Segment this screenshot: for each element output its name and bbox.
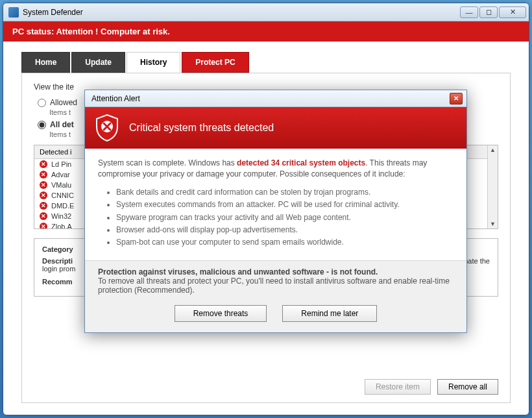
threat-icon: ✕ <box>40 171 47 178</box>
bullet-item: Spam-bot can use your computer to send s… <box>116 237 453 248</box>
dialog-header-text: Critical system threats detected <box>129 122 274 134</box>
dialog-body: System scan is complete. Windows has det… <box>85 149 466 260</box>
dialog-footer: Protection against viruses, malicious an… <box>85 260 466 332</box>
app-icon <box>8 7 19 18</box>
footer-strong: Protection against viruses, malicious an… <box>98 267 453 277</box>
threat-icon: ✕ <box>40 202 47 210</box>
footer-text: To remove all threats and protect your P… <box>98 277 453 295</box>
dialog-close-button[interactable]: ✕ <box>450 93 463 104</box>
restore-button[interactable]: Restore item <box>365 379 431 395</box>
bullet-item: Spyware program can tracks your activity… <box>116 212 453 223</box>
radio-all[interactable] <box>38 121 46 129</box>
remind-later-button[interactable]: Remind me later <box>282 305 377 322</box>
threat-bullet-list: Bank details and credit card information… <box>116 187 453 249</box>
bullet-item: System executes commands from an attacke… <box>116 199 453 210</box>
status-bar: PC status: Attention ! Computer at risk. <box>3 21 529 42</box>
dialog-title: Attention Alert <box>91 94 140 103</box>
radio-allowed-label: Allowed <box>50 98 77 107</box>
bullet-item: Browser add-ons will display pop-up adve… <box>116 225 453 236</box>
dialog-titlebar[interactable]: Attention Alert ✕ <box>85 90 466 107</box>
scrollbar[interactable]: ▲ ▼ <box>487 145 498 228</box>
body-strong: detected 34 critical system objects <box>237 158 365 167</box>
tabs: Home Update History Protect PC <box>3 42 529 73</box>
maximize-button[interactable]: ◻ <box>479 6 498 18</box>
tab-history[interactable]: History <box>127 52 180 73</box>
shield-x-icon <box>94 114 120 142</box>
bullet-item: Bank details and credit card information… <box>116 187 453 198</box>
remove-all-button[interactable]: Remove all <box>437 379 498 395</box>
scroll-up-icon[interactable]: ▲ <box>489 145 498 154</box>
scroll-down-icon[interactable]: ▼ <box>489 219 498 228</box>
radio-allowed[interactable] <box>38 99 46 107</box>
remove-threats-button[interactable]: Remove threats <box>175 305 267 322</box>
tab-protect[interactable]: Protect PC <box>182 52 248 73</box>
description-tail: nate the <box>464 257 490 265</box>
body-pre: System scan is complete. Windows has <box>98 158 237 167</box>
window-title: System Defender <box>23 8 460 17</box>
dialog-header: Critical system threats detected <box>85 107 466 149</box>
threat-icon: ✕ <box>40 191 47 199</box>
threat-icon: ✕ <box>40 181 47 189</box>
radio-all-label: All det <box>50 120 74 129</box>
close-button[interactable]: ✕ <box>499 6 526 18</box>
description-label: Descripti <box>42 257 73 265</box>
threat-icon: ✕ <box>40 212 47 220</box>
minimize-button[interactable]: — <box>460 6 478 18</box>
tab-home[interactable]: Home <box>21 52 70 73</box>
threat-icon: ✕ <box>40 223 47 229</box>
tab-update[interactable]: Update <box>71 52 125 73</box>
titlebar[interactable]: System Defender — ◻ ✕ <box>3 3 529 21</box>
alert-dialog: Attention Alert ✕ Critical system threat… <box>84 90 467 333</box>
threat-icon: ✕ <box>40 160 47 168</box>
